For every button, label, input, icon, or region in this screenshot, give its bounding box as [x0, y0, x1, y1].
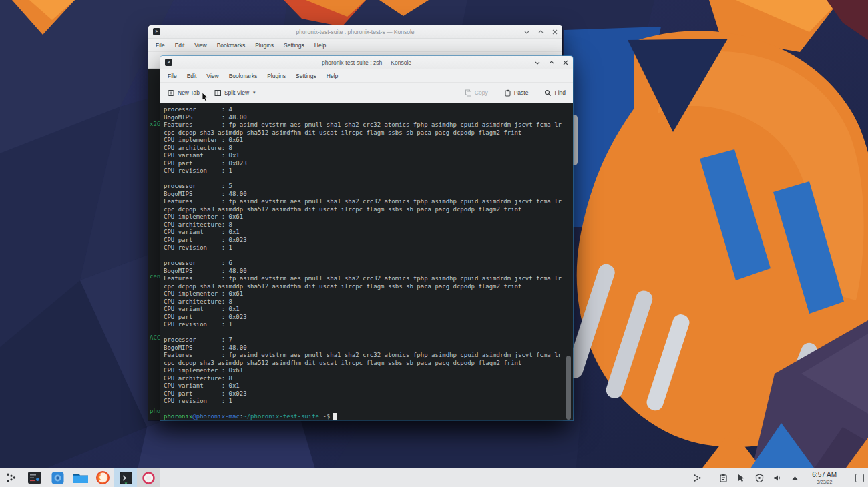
- minimize-button[interactable]: [535, 60, 540, 65]
- terminal-line: BogoMIPS : 48.00: [164, 268, 573, 276]
- copy-icon: [465, 89, 472, 97]
- terminal-line: cpc dcpop sha3 asimddp sha512 asimdfhm d…: [164, 129, 573, 137]
- terminal-line: CPU variant : 0x1: [164, 152, 573, 160]
- menu-plugins[interactable]: Plugins: [255, 42, 274, 49]
- menu-edit[interactable]: Edit: [175, 42, 185, 49]
- chevron-up-icon[interactable]: [791, 475, 799, 481]
- menu-help[interactable]: Help: [327, 73, 338, 79]
- terminal-line: CPU part : 0x023: [164, 237, 573, 245]
- menu-plugins[interactable]: Plugins: [267, 73, 286, 79]
- menu-edit[interactable]: Edit: [187, 73, 197, 79]
- menu-view[interactable]: View: [194, 42, 206, 49]
- system-monitor-button[interactable]: [27, 470, 43, 486]
- terminal-line: CPU part : 0x023: [164, 160, 573, 168]
- taskbar-task-konsole[interactable]: [114, 468, 137, 487]
- file-manager-button[interactable]: [73, 470, 89, 486]
- maximize-button[interactable]: [538, 29, 544, 35]
- window-title: phoronix-test-suite : phoronix-test-s — …: [296, 29, 414, 35]
- terminal-line: Features : fp asimd evtstrm aes pmull sh…: [164, 352, 573, 360]
- terminal-line: BogoMIPS : 48.00: [164, 191, 573, 199]
- paste-icon: [504, 89, 511, 97]
- konsole-icon: [119, 471, 133, 485]
- terminal-line: Features : fp asimd evtstrm aes pmull sh…: [164, 275, 573, 283]
- menu-view[interactable]: View: [206, 73, 218, 79]
- find-button[interactable]: Find: [544, 89, 566, 97]
- menu-bookmarks[interactable]: Bookmarks: [229, 73, 258, 79]
- terminal-line: CPU variant : 0x1: [164, 306, 573, 314]
- new-tab-label: New Tab: [178, 89, 200, 96]
- close-button[interactable]: [563, 60, 568, 65]
- digital-clock[interactable]: 6:57 AM 3/23/22: [812, 472, 837, 484]
- system-monitor-icon: [27, 470, 42, 485]
- volume-icon[interactable]: [773, 474, 782, 482]
- prompt-segment: @phoronix-mac: [192, 413, 239, 420]
- terminal-line: CPU architecture: 8: [164, 221, 573, 229]
- clock-time: 6:57 AM: [812, 472, 837, 478]
- firefox-button[interactable]: [95, 470, 111, 486]
- terminal-line: [164, 175, 573, 183]
- terminal-line: cpc dcpop sha3 asimddp sha512 asimdfhm d…: [164, 283, 573, 291]
- new-tab-button[interactable]: New Tab: [168, 89, 200, 97]
- window-title: phoronix-test-suite : zsh — Konsole: [322, 59, 411, 66]
- terminal-line: CPU revision : 1: [164, 321, 573, 329]
- system-tray: 6:57 AM 3/23/22: [693, 472, 868, 484]
- pointer-icon[interactable]: [737, 474, 746, 482]
- clipboard-icon[interactable]: [719, 474, 728, 482]
- panel-widget-icon[interactable]: [693, 474, 702, 482]
- menu-bookmarks[interactable]: Bookmarks: [217, 42, 246, 49]
- taskbar: 6:57 AM 3/23/22: [0, 468, 868, 487]
- minimize-button[interactable]: [524, 29, 529, 35]
- paste-label: Paste: [514, 89, 529, 96]
- chevron-down-icon: ▾: [253, 90, 256, 95]
- taskbar-task-red-ring-app[interactable]: [137, 468, 160, 487]
- terminal-line: cpc dcpop sha3 asimddp sha512 asimdfhm d…: [164, 360, 573, 368]
- split-view-icon: [214, 89, 222, 97]
- search-icon: [544, 89, 552, 97]
- maximize-button[interactable]: [549, 60, 554, 65]
- terminal-line: CPU revision : 1: [164, 167, 573, 175]
- terminal-line: CPU variant : 0x1: [164, 382, 573, 390]
- menu-file[interactable]: File: [168, 73, 177, 79]
- firefox-icon: [95, 470, 110, 485]
- shell-prompt: phoronix@phoronix-mac:~/phoronix-test-su…: [164, 413, 573, 420]
- menu-help[interactable]: Help: [314, 42, 326, 49]
- terminal-line-fragment: pho: [150, 408, 160, 416]
- app-launcher-button[interactable]: [3, 470, 19, 486]
- menu-settings[interactable]: Settings: [296, 73, 316, 79]
- find-label: Find: [554, 89, 566, 96]
- copy-button[interactable]: Copy: [465, 89, 488, 97]
- terminal-line-fragment: ACC: [150, 334, 160, 342]
- terminal-line: CPU revision : 1: [164, 244, 573, 252]
- prompt-segment: ~/phoronix-test-suite: [243, 413, 319, 420]
- terminal-line: [164, 406, 573, 414]
- terminal-line: CPU revision : 1: [164, 398, 573, 406]
- clock-date: 3/23/22: [817, 480, 832, 484]
- terminal-line: processor : 4: [164, 106, 573, 114]
- terminal-line: CPU implementer : 0x61: [164, 213, 573, 221]
- close-button[interactable]: [552, 29, 558, 35]
- konsole-window-focused[interactable]: > phoronix-test-suite : zsh — Konsole Fi…: [160, 56, 573, 420]
- terminal-line: BogoMIPS : 48.00: [164, 344, 573, 352]
- terminal-cursor: [333, 413, 337, 420]
- scrollbar-handle[interactable]: [566, 356, 571, 420]
- terminal-line: [164, 329, 573, 337]
- prompt-segment: phoronix: [164, 413, 192, 420]
- terminal-view[interactable]: processor : 4BogoMIPS : 48.00Features : …: [160, 103, 573, 420]
- mouse-cursor: [202, 93, 210, 102]
- menu-settings[interactable]: Settings: [284, 42, 304, 49]
- system-settings-button[interactable]: [49, 470, 65, 486]
- terminal-line: Features : fp asimd evtstrm aes pmull sh…: [164, 198, 573, 206]
- terminal-line: CPU architecture: 8: [164, 298, 573, 306]
- split-view-button[interactable]: Split View ▾: [214, 89, 256, 97]
- terminal-line: cpc dcpop sha3 asimddp sha512 asimdfhm d…: [164, 206, 573, 214]
- shield-icon[interactable]: [755, 474, 764, 482]
- terminal-line: BogoMIPS : 48.00: [164, 114, 573, 122]
- copy-label: Copy: [475, 89, 488, 96]
- show-desktop-button[interactable]: [855, 474, 864, 482]
- konsole-app-icon: >: [153, 28, 160, 35]
- terminal-line: CPU implementer : 0x61: [164, 290, 573, 298]
- terminal-line: CPU variant : 0x1: [164, 229, 573, 237]
- app-launcher-icon: [6, 472, 17, 483]
- menu-file[interactable]: File: [156, 42, 165, 49]
- paste-button[interactable]: Paste: [504, 89, 529, 97]
